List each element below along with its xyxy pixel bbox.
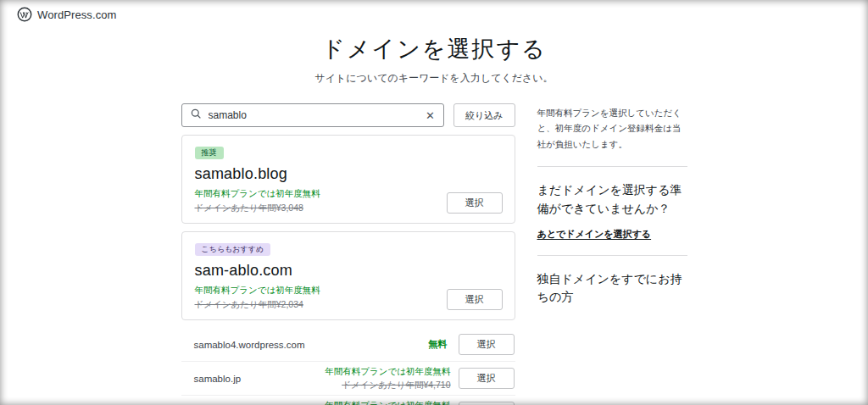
select-button[interactable]: 選択 bbox=[459, 368, 515, 389]
domain-search-box[interactable]: ✕ bbox=[181, 103, 444, 127]
domain-card-recommended: 推奨 samablo.blog 年間有料プランでは初年度無料 ドメインあたり年間… bbox=[181, 135, 515, 224]
domain-name: samablo4.wordpress.com bbox=[194, 340, 429, 350]
logo-label: WordPress.com bbox=[37, 8, 117, 21]
page-title: ドメインを選択する bbox=[0, 34, 868, 64]
own-domain-heading[interactable]: 独自ドメインをすでにお持ちの方 bbox=[537, 270, 687, 307]
not-ready-heading: まだドメインを選択する準備ができていませんか？ bbox=[537, 181, 687, 218]
divider bbox=[537, 166, 687, 167]
domain-search-input[interactable] bbox=[209, 109, 420, 121]
strikethrough-price: ドメインあたり年間¥4,710 bbox=[325, 380, 450, 391]
recommended-badge: 推奨 bbox=[195, 147, 224, 159]
domain-results-column: ✕ 絞り込み 推奨 samablo.blog 年間有料プランでは初年度無料 ドメ… bbox=[181, 103, 515, 405]
domain-row: samablo.jp 年間有料プランでは初年度無料 ドメインあたり年間¥4,71… bbox=[181, 362, 515, 396]
select-button[interactable]: 選択 bbox=[447, 289, 503, 310]
first-year-free-note: 年間有料プランを選択していただくと、初年度のドメイン登録料金は当社が負担いたしま… bbox=[537, 105, 687, 152]
domain-name: samablo.jp bbox=[194, 374, 326, 384]
search-row: ✕ 絞り込み bbox=[181, 103, 515, 127]
page-subtitle: サイトについてのキーワードを入力してください。 bbox=[0, 71, 868, 86]
page-header: ドメインを選択する サイトについてのキーワードを入力してください。 bbox=[0, 0, 868, 86]
free-badge: 無料 bbox=[429, 338, 448, 351]
main-content: ✕ 絞り込み 推奨 samablo.blog 年間有料プランでは初年度無料 ドメ… bbox=[181, 103, 687, 405]
domain-name: samablo.blog bbox=[195, 165, 502, 183]
domain-row: samablo4.wordpress.com 無料 選択 bbox=[181, 328, 515, 362]
promo-text: 年間有料プランでは初年度無料 bbox=[325, 400, 450, 405]
wordpress-icon bbox=[17, 7, 32, 22]
select-button[interactable]: 選択 bbox=[447, 192, 503, 214]
also-recommended-badge: こちらもおすすめ bbox=[195, 243, 271, 256]
domain-name: sam-ablo.com bbox=[195, 262, 502, 280]
select-button[interactable]: 選択 bbox=[459, 334, 515, 355]
sidebar: 年間有料プランを選択していただくと、初年度のドメイン登録料金は当社が負担いたしま… bbox=[537, 103, 687, 405]
clear-search-icon[interactable]: ✕ bbox=[426, 110, 435, 121]
domain-card-alternative: こちらもおすすめ sam-ablo.com 年間有料プランでは初年度無料 ドメイ… bbox=[181, 231, 515, 320]
select-button[interactable]: 選択 bbox=[459, 402, 515, 405]
filter-button[interactable]: 絞り込み bbox=[453, 103, 515, 127]
domain-list: samablo4.wordpress.com 無料 選択 samablo.jp … bbox=[181, 328, 515, 405]
promo-text: 年間有料プランでは初年度無料 bbox=[325, 366, 450, 378]
wordpress-logo[interactable]: WordPress.com bbox=[17, 7, 117, 22]
choose-domain-later-link[interactable]: あとでドメインを選択する bbox=[537, 228, 652, 241]
search-icon bbox=[191, 108, 202, 123]
divider bbox=[537, 255, 687, 256]
domain-row: samablo.net 年間有料プランでは初年度無料 ドメインあたり年間¥2,4… bbox=[181, 396, 515, 405]
